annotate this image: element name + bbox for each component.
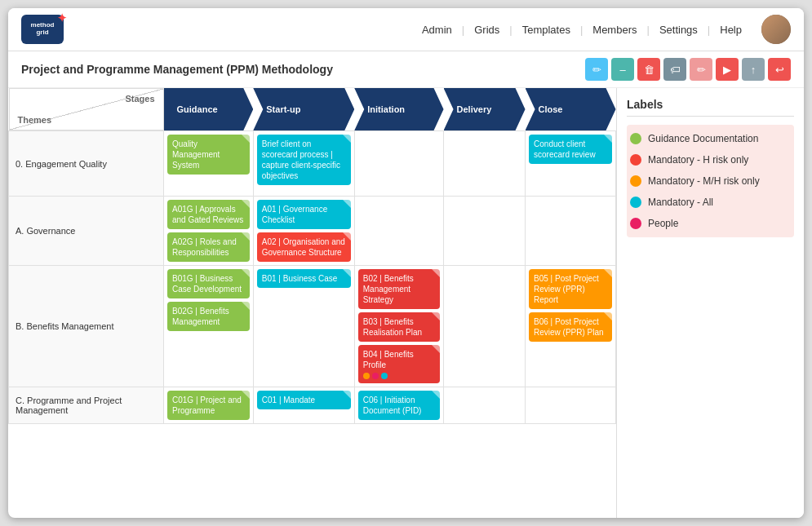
cell-engagement-guidance: Quality Management System bbox=[164, 131, 254, 197]
nav-settings[interactable]: Settings bbox=[650, 24, 708, 36]
stage-header-row: Stages Themes Guidance Start-up Initiati… bbox=[9, 88, 616, 131]
card-b01-business[interactable]: B01 | Business Case bbox=[257, 269, 351, 288]
cell-benefits-startup: B01 | Business Case bbox=[253, 266, 354, 387]
cell-governance-startup: A01 | Governance Checklist A02 | Organis… bbox=[253, 197, 354, 266]
header: ✦ methodgrid Admin | Grids | Templates |… bbox=[8, 8, 804, 51]
toolbar-share-btn[interactable]: ↑ bbox=[742, 58, 765, 81]
label-dot-teal bbox=[630, 197, 641, 208]
cell-governance-close bbox=[526, 197, 616, 266]
theme-name-engagement: 0. Engagement Quality bbox=[9, 131, 164, 197]
avatar[interactable] bbox=[761, 15, 791, 44]
toolbar-label-btn[interactable]: 🏷 bbox=[663, 58, 686, 81]
card-corner bbox=[343, 135, 351, 143]
nav-help[interactable]: Help bbox=[710, 24, 752, 36]
theme-stages-cell: Stages Themes bbox=[9, 88, 164, 130]
card-b06-ppr-plan[interactable]: B06 | Post Project Review (PPR) Plan bbox=[529, 312, 612, 342]
main-window: ✦ methodgrid Admin | Grids | Templates |… bbox=[8, 8, 804, 518]
toolbar-play-btn[interactable]: ▶ bbox=[716, 58, 739, 81]
card-c01-mandate[interactable]: C01 | Mandate bbox=[257, 391, 351, 409]
label-text-mandatory-all: Mandatory - All bbox=[648, 197, 713, 208]
theme-name-governance: A. Governance bbox=[9, 197, 164, 266]
toolbar-edit2-btn[interactable]: ✏ bbox=[690, 58, 712, 81]
nav-grids[interactable]: Grids bbox=[464, 24, 509, 36]
card-corner bbox=[242, 200, 250, 208]
nav-admin[interactable]: Admin bbox=[412, 24, 462, 36]
card-a02g-roles[interactable]: A02G | Roles and Responsibilities bbox=[167, 232, 250, 262]
nav-members[interactable]: Members bbox=[583, 24, 646, 36]
card-corner bbox=[343, 269, 351, 277]
card-b05-ppr-report[interactable]: B05 | Post Project Review (PPR) Report bbox=[529, 269, 612, 309]
stage-delivery-header: Delivery bbox=[444, 88, 526, 131]
card-a01g-approvals[interactable]: A01G | Approvals and Gated Reviews bbox=[167, 200, 250, 229]
stages-label: Stages bbox=[125, 94, 154, 104]
stage-guidance-arrow: Guidance bbox=[164, 88, 254, 130]
card-c01g-project[interactable]: C01G | Project and Programme bbox=[167, 391, 250, 420]
label-text-guidance: Guidance Documentation bbox=[648, 133, 758, 144]
card-a02-org[interactable]: A02 | Organisation and Governance Struct… bbox=[257, 232, 351, 262]
cell-benefits-delivery bbox=[444, 266, 526, 387]
theme-row-governance: A. Governance A01G | Approvals and Gated… bbox=[9, 197, 616, 266]
grid-area[interactable]: Stages Themes Guidance Start-up Initiati… bbox=[8, 88, 616, 518]
stage-delivery-arrow: Delivery bbox=[444, 88, 526, 130]
themes-label: Themes bbox=[18, 115, 52, 125]
cell-programme-startup: C01 | Mandate bbox=[253, 387, 354, 424]
stage-close-header: Close bbox=[526, 88, 616, 131]
sidebar: Labels Guidance Documentation Mandatory … bbox=[616, 88, 804, 518]
card-corner bbox=[343, 391, 351, 399]
toolbar: ✏ – 🗑 🏷 ✏ ▶ ↑ ↩ bbox=[585, 58, 791, 81]
cell-programme-delivery bbox=[444, 387, 526, 424]
card-c06-pid[interactable]: C06 | Initiation Document (PID) bbox=[358, 391, 440, 420]
theme-name-programme: C. Programme and Project Management bbox=[9, 387, 164, 424]
label-dot-pink bbox=[630, 218, 641, 229]
dot-orange bbox=[363, 373, 370, 379]
card-b04-profile[interactable]: B04 | Benefits Profile bbox=[358, 345, 440, 383]
label-item-mandatory-h: Mandatory - H risk only bbox=[630, 149, 791, 170]
cell-engagement-startup: Brief client on scorecard process | capt… bbox=[253, 131, 354, 197]
cell-governance-guidance: A01G | Approvals and Gated Reviews A02G … bbox=[164, 197, 254, 266]
cell-governance-delivery bbox=[444, 197, 526, 266]
dot-pink bbox=[372, 373, 379, 379]
label-dot-green bbox=[630, 133, 641, 144]
label-item-people: People bbox=[630, 213, 791, 234]
theme-row-engagement: 0. Engagement Quality Quality Management… bbox=[9, 131, 616, 197]
theme-stages-header: Stages Themes bbox=[9, 88, 164, 131]
label-text-people: People bbox=[648, 218, 678, 229]
toolbar-edit-btn[interactable]: ✏ bbox=[585, 58, 608, 81]
toolbar-delete-btn[interactable]: 🗑 bbox=[637, 58, 660, 81]
cell-engagement-delivery bbox=[444, 131, 526, 197]
card-b02-strategy[interactable]: B02 | Benefits Management Strategy bbox=[358, 269, 440, 309]
cell-benefits-initiation: B02 | Benefits Management Strategy B03 |… bbox=[354, 266, 443, 387]
toolbar-undo-btn[interactable]: ↩ bbox=[768, 58, 791, 81]
label-dot-red bbox=[630, 154, 641, 166]
nav-templates[interactable]: Templates bbox=[512, 24, 580, 36]
dot-teal bbox=[381, 373, 388, 379]
card-conduct-client[interactable]: Conduct client scorecard review bbox=[529, 135, 612, 164]
stage-startup-header: Start-up bbox=[253, 88, 354, 131]
card-a01-governance[interactable]: A01 | Governance Checklist bbox=[257, 200, 351, 229]
card-brief-client[interactable]: Brief client on scorecard process | capt… bbox=[257, 135, 351, 185]
card-corner bbox=[432, 269, 440, 277]
card-corner bbox=[242, 135, 250, 143]
card-quality-mgmt[interactable]: Quality Management System bbox=[167, 135, 250, 175]
label-item-mandatory-mh: Mandatory - M/H risk only bbox=[630, 170, 791, 192]
card-corner bbox=[432, 312, 440, 320]
labels-container: Guidance Documentation Mandatory - H ris… bbox=[627, 125, 794, 237]
logo-spark: ✦ bbox=[57, 11, 67, 24]
card-b02g-benefits[interactable]: B02G | Benefits Management bbox=[167, 302, 250, 331]
card-corner bbox=[432, 345, 440, 353]
cell-programme-initiation: C06 | Initiation Document (PID) bbox=[354, 387, 443, 424]
theme-row-benefits: B. Benefits Management B01G | Business C… bbox=[9, 266, 616, 387]
cell-programme-close bbox=[526, 387, 616, 424]
logo[interactable]: ✦ methodgrid bbox=[21, 15, 64, 44]
card-corner bbox=[242, 269, 250, 277]
theme-row-programme: C. Programme and Project Management C01G… bbox=[9, 387, 616, 424]
stage-initiation-header: Initiation bbox=[354, 88, 443, 131]
toolbar-minus-btn[interactable]: – bbox=[611, 58, 634, 81]
stage-guidance-header: Guidance bbox=[164, 88, 254, 131]
card-b03-realisation[interactable]: B03 | Benefits Realisation Plan bbox=[358, 312, 440, 342]
cell-engagement-initiation bbox=[354, 131, 443, 197]
card-b01g-business[interactable]: B01G | Business Case Development bbox=[167, 269, 250, 298]
card-corner bbox=[604, 269, 612, 277]
card-corner bbox=[604, 135, 612, 143]
stage-startup-arrow: Start-up bbox=[253, 88, 354, 130]
